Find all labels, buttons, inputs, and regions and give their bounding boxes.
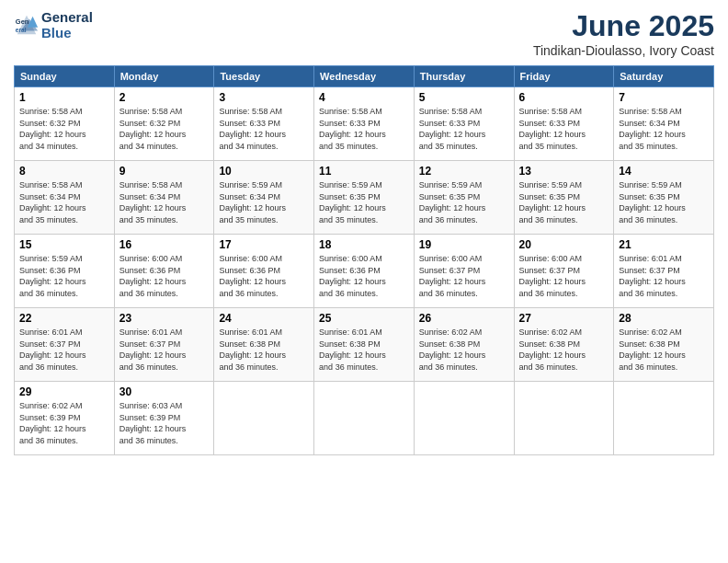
day-number: 5 — [419, 91, 509, 104]
day-number: 3 — [219, 91, 309, 104]
day-info: Sunrise: 6:00 AMSunset: 6:36 PMDaylight:… — [219, 254, 286, 298]
day-number: 27 — [519, 312, 609, 325]
day-number: 24 — [219, 312, 309, 325]
day-info: Sunrise: 6:02 AMSunset: 6:38 PMDaylight:… — [419, 327, 486, 372]
calendar-cell-2: 2Sunrise: 5:58 AMSunset: 6:32 PMDaylight… — [114, 87, 214, 161]
calendar-cell-21: 21Sunrise: 6:01 AMSunset: 6:37 PMDayligh… — [614, 235, 714, 308]
calendar-cell-9: 9Sunrise: 5:58 AMSunset: 6:34 PMDaylight… — [114, 161, 214, 235]
calendar-cell-22: 22Sunrise: 6:01 AMSunset: 6:37 PMDayligh… — [15, 308, 115, 382]
day-number: 7 — [619, 91, 709, 104]
calendar-table: SundayMondayTuesdayWednesdayThursdayFrid… — [14, 65, 714, 455]
week-row: 15Sunrise: 5:59 AMSunset: 6:36 PMDayligh… — [15, 235, 714, 308]
day-info: Sunrise: 6:02 AMSunset: 6:39 PMDaylight:… — [19, 401, 86, 445]
calendar-cell-13: 13Sunrise: 5:59 AMSunset: 6:35 PMDayligh… — [514, 161, 614, 235]
day-number: 10 — [219, 165, 309, 178]
day-number: 8 — [19, 165, 109, 178]
calendar-subtitle: Tindikan-Dioulasso, Ivory Coast — [533, 43, 714, 58]
day-info: Sunrise: 5:58 AMSunset: 6:33 PMDaylight:… — [519, 107, 586, 151]
calendar-cell-empty — [214, 382, 314, 455]
calendar-cell-3: 3Sunrise: 5:58 AMSunset: 6:33 PMDaylight… — [214, 87, 314, 161]
day-info: Sunrise: 6:01 AMSunset: 6:37 PMDaylight:… — [119, 327, 187, 372]
calendar-cell-10: 10Sunrise: 5:59 AMSunset: 6:34 PMDayligh… — [214, 161, 314, 235]
day-info: Sunrise: 6:02 AMSunset: 6:38 PMDaylight:… — [519, 327, 586, 372]
calendar-cell-5: 5Sunrise: 5:58 AMSunset: 6:33 PMDaylight… — [414, 87, 514, 161]
day-number: 18 — [319, 238, 409, 251]
calendar-cell-20: 20Sunrise: 6:00 AMSunset: 6:37 PMDayligh… — [514, 235, 614, 308]
calendar-cell-empty — [514, 382, 614, 455]
day-info: Sunrise: 6:00 AMSunset: 6:36 PMDaylight:… — [319, 254, 386, 298]
day-number: 22 — [19, 312, 109, 325]
calendar-cell-18: 18Sunrise: 6:00 AMSunset: 6:36 PMDayligh… — [314, 235, 415, 308]
day-number: 1 — [19, 91, 109, 104]
day-info: Sunrise: 6:02 AMSunset: 6:38 PMDaylight:… — [619, 327, 686, 372]
calendar-cell-27: 27Sunrise: 6:02 AMSunset: 6:38 PMDayligh… — [514, 308, 614, 382]
calendar-cell-28: 28Sunrise: 6:02 AMSunset: 6:38 PMDayligh… — [614, 308, 714, 382]
day-info: Sunrise: 6:01 AMSunset: 6:37 PMDaylight:… — [619, 254, 686, 298]
calendar-cell-empty — [414, 382, 514, 455]
day-info: Sunrise: 5:58 AMSunset: 6:32 PMDaylight:… — [19, 107, 86, 151]
day-header-saturday: Saturday — [614, 66, 714, 87]
day-number: 9 — [119, 165, 210, 178]
day-header-monday: Monday — [114, 66, 214, 87]
calendar-cell-15: 15Sunrise: 5:59 AMSunset: 6:36 PMDayligh… — [15, 235, 115, 308]
calendar-cell-1: 1Sunrise: 5:58 AMSunset: 6:32 PMDaylight… — [15, 87, 115, 161]
calendar-cell-empty — [614, 382, 714, 455]
header: Gen eral General Blue June 2025 Tindikan… — [14, 9, 714, 58]
calendar-cell-19: 19Sunrise: 6:00 AMSunset: 6:37 PMDayligh… — [414, 235, 514, 308]
day-number: 12 — [419, 165, 509, 178]
day-number: 29 — [19, 385, 109, 398]
day-number: 26 — [419, 312, 509, 325]
day-number: 4 — [319, 91, 409, 104]
day-info: Sunrise: 5:59 AMSunset: 6:35 PMDaylight:… — [419, 180, 486, 224]
calendar-cell-14: 14Sunrise: 5:59 AMSunset: 6:35 PMDayligh… — [614, 161, 714, 235]
day-number: 23 — [119, 312, 210, 325]
day-number: 11 — [319, 165, 409, 178]
calendar-title: June 2025 — [533, 9, 714, 43]
calendar-cell-30: 30Sunrise: 6:03 AMSunset: 6:39 PMDayligh… — [114, 382, 214, 455]
calendar-page: Gen eral General Blue June 2025 Tindikan… — [0, 0, 728, 563]
logo-icon: Gen eral — [14, 12, 40, 38]
day-info: Sunrise: 6:03 AMSunset: 6:39 PMDaylight:… — [119, 401, 187, 445]
day-number: 21 — [619, 238, 709, 251]
day-info: Sunrise: 5:58 AMSunset: 6:33 PMDaylight:… — [419, 107, 486, 151]
day-number: 30 — [119, 385, 210, 398]
svg-text:Gen: Gen — [16, 17, 29, 26]
day-header-wednesday: Wednesday — [314, 66, 415, 87]
calendar-cell-23: 23Sunrise: 6:01 AMSunset: 6:37 PMDayligh… — [114, 308, 214, 382]
day-info: Sunrise: 6:01 AMSunset: 6:37 PMDaylight:… — [19, 327, 86, 372]
day-info: Sunrise: 5:59 AMSunset: 6:34 PMDaylight:… — [219, 180, 286, 224]
calendar-cell-empty — [314, 382, 415, 455]
day-info: Sunrise: 5:58 AMSunset: 6:32 PMDaylight:… — [119, 107, 187, 151]
week-row: 1Sunrise: 5:58 AMSunset: 6:32 PMDaylight… — [15, 87, 714, 161]
day-info: Sunrise: 6:00 AMSunset: 6:36 PMDaylight:… — [119, 254, 187, 298]
header-row: SundayMondayTuesdayWednesdayThursdayFrid… — [15, 66, 714, 87]
calendar-cell-6: 6Sunrise: 5:58 AMSunset: 6:33 PMDaylight… — [514, 87, 614, 161]
day-info: Sunrise: 5:59 AMSunset: 6:36 PMDaylight:… — [19, 254, 86, 298]
day-info: Sunrise: 5:59 AMSunset: 6:35 PMDaylight:… — [619, 180, 686, 224]
calendar-cell-11: 11Sunrise: 5:59 AMSunset: 6:35 PMDayligh… — [314, 161, 415, 235]
day-number: 13 — [519, 165, 609, 178]
day-header-tuesday: Tuesday — [214, 66, 314, 87]
day-header-sunday: Sunday — [15, 66, 115, 87]
week-row: 22Sunrise: 6:01 AMSunset: 6:37 PMDayligh… — [15, 308, 714, 382]
day-info: Sunrise: 5:59 AMSunset: 6:35 PMDaylight:… — [319, 180, 386, 224]
day-info: Sunrise: 6:01 AMSunset: 6:38 PMDaylight:… — [319, 327, 386, 372]
day-number: 16 — [119, 238, 210, 251]
svg-text:eral: eral — [16, 27, 27, 33]
day-info: Sunrise: 5:58 AMSunset: 6:34 PMDaylight:… — [119, 180, 187, 224]
week-row: 8Sunrise: 5:58 AMSunset: 6:34 PMDaylight… — [15, 161, 714, 235]
day-header-thursday: Thursday — [414, 66, 514, 87]
calendar-cell-12: 12Sunrise: 5:59 AMSunset: 6:35 PMDayligh… — [414, 161, 514, 235]
day-number: 17 — [219, 238, 309, 251]
day-number: 15 — [19, 238, 109, 251]
calendar-cell-26: 26Sunrise: 6:02 AMSunset: 6:38 PMDayligh… — [414, 308, 514, 382]
title-block: June 2025 Tindikan-Dioulasso, Ivory Coas… — [533, 9, 714, 58]
logo-text: General Blue — [41, 9, 93, 40]
calendar-cell-17: 17Sunrise: 6:00 AMSunset: 6:36 PMDayligh… — [214, 235, 314, 308]
day-info: Sunrise: 5:58 AMSunset: 6:33 PMDaylight:… — [219, 107, 286, 151]
day-number: 25 — [319, 312, 409, 325]
day-info: Sunrise: 5:58 AMSunset: 6:34 PMDaylight:… — [19, 180, 86, 224]
calendar-cell-25: 25Sunrise: 6:01 AMSunset: 6:38 PMDayligh… — [314, 308, 415, 382]
week-row: 29Sunrise: 6:02 AMSunset: 6:39 PMDayligh… — [15, 382, 714, 455]
day-info: Sunrise: 6:00 AMSunset: 6:37 PMDaylight:… — [519, 254, 586, 298]
